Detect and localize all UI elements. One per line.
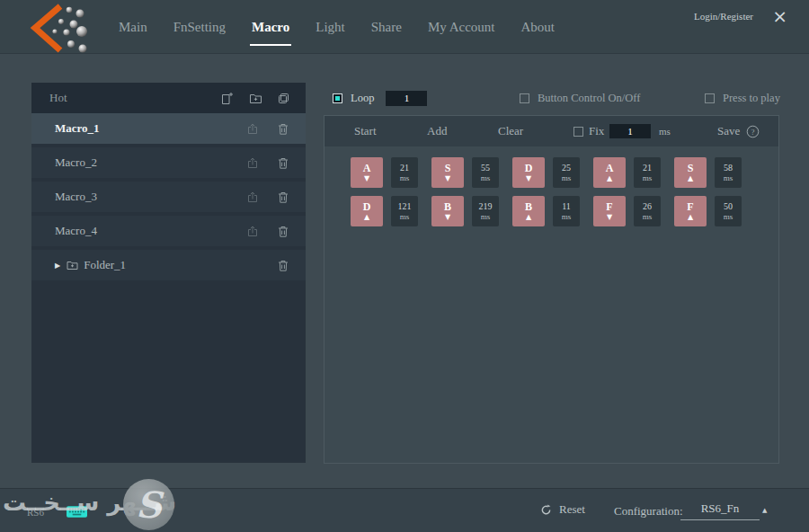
sidebar-item-folder_1[interactable]: ▶Folder_1 <box>31 250 306 280</box>
upload-icon[interactable] <box>247 157 258 169</box>
macro-event: B▼219ms <box>431 196 499 226</box>
configuration-select[interactable]: RS6_Fn <box>680 501 760 520</box>
delay-tile[interactable]: 21ms <box>634 157 661 188</box>
folder-icon <box>67 261 78 270</box>
trash-icon[interactable] <box>278 157 289 169</box>
app-window: { "nav": { "items": ["Main", "FnSetting"… <box>0 0 809 532</box>
key-tile[interactable]: S▲ <box>674 157 707 188</box>
fix-delay-input[interactable]: 1 <box>609 124 651 138</box>
macro-event: B▲11ms <box>512 196 580 226</box>
nav-item-macro[interactable]: Macro <box>252 20 289 35</box>
nav-items: MainFnSettingMacroLightShareMy AccountAb… <box>119 0 555 54</box>
delay-tile[interactable]: 21ms <box>391 157 418 188</box>
sidebar-item-macro_4[interactable]: Macro_4 <box>31 216 306 246</box>
key-tile[interactable]: A▲ <box>593 157 626 188</box>
trash-icon[interactable] <box>278 260 289 271</box>
key-tile[interactable]: B▼ <box>431 196 464 226</box>
key-up-icon: ▲ <box>688 174 693 182</box>
delay-tile[interactable]: 25ms <box>553 157 580 188</box>
key-down-icon: ▼ <box>607 213 612 221</box>
save-button[interactable]: Save <box>717 116 740 146</box>
key-tile[interactable]: A▼ <box>351 157 383 188</box>
reset-button[interactable]: Reset <box>540 502 585 517</box>
start-button[interactable]: Start <box>354 116 377 146</box>
press-to-play-checkbox[interactable] <box>705 93 715 103</box>
brand-logo-icon <box>27 2 99 54</box>
macro-list-actions <box>220 92 289 105</box>
upload-icon[interactable] <box>247 191 258 203</box>
nav-item-share[interactable]: Share <box>371 20 402 35</box>
key-tile[interactable]: F▲ <box>674 196 707 226</box>
copy-macro-icon[interactable] <box>278 93 289 104</box>
loop-checkbox[interactable] <box>333 93 342 103</box>
delay-value: 11 <box>562 201 571 212</box>
add-button[interactable]: Add <box>427 116 447 146</box>
delay-value: 50 <box>724 201 733 212</box>
macro-event: S▼55ms <box>431 157 499 188</box>
row-actions <box>247 157 289 169</box>
key-letter: B <box>525 201 532 213</box>
key-letter: A <box>606 163 614 174</box>
macro-list-title: Hot <box>49 91 67 105</box>
key-letter: D <box>525 163 533 174</box>
delay-tile[interactable]: 58ms <box>715 157 742 188</box>
delay-tile[interactable]: 50ms <box>715 196 742 226</box>
nav-item-main[interactable]: Main <box>119 20 147 35</box>
key-down-icon: ▼ <box>526 174 531 182</box>
nav-item-about[interactable]: About <box>520 20 555 35</box>
key-tile[interactable]: B▲ <box>512 196 545 226</box>
row-actions <box>278 260 289 271</box>
nav-item-fnsetting[interactable]: FnSetting <box>173 20 226 35</box>
delay-value: 55 <box>481 163 490 173</box>
clear-button[interactable]: Clear <box>498 116 523 146</box>
login-register-link[interactable]: Login/Register <box>694 11 753 22</box>
delay-unit: ms <box>481 212 491 222</box>
sidebar-item-macro_1[interactable]: Macro_1 <box>31 113 306 144</box>
key-up-icon: ▲ <box>364 213 369 221</box>
trash-icon[interactable] <box>278 123 289 135</box>
new-folder-icon[interactable] <box>249 93 262 104</box>
new-macro-icon[interactable] <box>220 92 234 105</box>
delay-value: 58 <box>724 163 733 173</box>
sidebar-item-label: Macro_1 <box>55 121 100 136</box>
close-icon[interactable]: × <box>772 5 787 27</box>
nav-item-my-account[interactable]: My Account <box>428 20 495 35</box>
delay-value: 26 <box>643 201 652 212</box>
delay-unit: ms <box>643 173 653 183</box>
key-tile[interactable]: D▲ <box>351 196 383 226</box>
key-up-icon: ▲ <box>688 213 693 221</box>
delay-unit: ms <box>562 173 572 183</box>
help-icon[interactable]: ? <box>746 116 760 146</box>
trash-icon[interactable] <box>278 226 289 237</box>
device-name: RS6 <box>27 507 44 518</box>
macro-editor-panel: Start Add Clear Fix 1 ms Save ? A▼21msS▼… <box>324 115 779 464</box>
delay-tile[interactable]: 11ms <box>553 196 580 226</box>
upload-icon[interactable] <box>247 226 258 237</box>
upload-icon[interactable] <box>247 123 258 135</box>
button-control-checkbox[interactable] <box>520 93 529 103</box>
delay-tile[interactable]: 121ms <box>391 196 418 226</box>
key-letter: F <box>606 201 612 213</box>
configuration-label: Configuration: <box>614 504 683 519</box>
sidebar-item-macro_2[interactable]: Macro_2 <box>31 147 306 178</box>
configuration-caret-icon[interactable]: ▲ <box>762 507 767 514</box>
trash-icon[interactable] <box>278 191 289 203</box>
sidebar-list: Macro_1Macro_2Macro_3Macro_4▶Folder_1 <box>31 113 306 280</box>
fix-checkbox[interactable] <box>573 127 583 137</box>
expand-caret-icon[interactable]: ▶ <box>55 262 60 270</box>
nav-item-light[interactable]: Light <box>316 20 345 35</box>
macro-sequence: A▼21msS▼55msD▼25msA▲21msS▲58msD▲121msB▼2… <box>351 157 757 226</box>
sidebar-item-macro_3[interactable]: Macro_3 <box>31 182 306 212</box>
reset-icon <box>540 504 552 516</box>
key-tile[interactable]: D▼ <box>512 157 545 188</box>
delay-tile[interactable]: 55ms <box>472 157 499 188</box>
key-tile[interactable]: F▼ <box>593 196 626 226</box>
delay-value: 21 <box>643 163 652 173</box>
delay-value: 219 <box>479 201 493 212</box>
delay-tile[interactable]: 26ms <box>634 196 661 226</box>
macro-list-header: Hot <box>31 83 306 113</box>
key-tile[interactable]: S▼ <box>431 157 464 188</box>
delay-unit: ms <box>643 212 653 222</box>
delay-tile[interactable]: 219ms <box>472 196 499 226</box>
loop-count-input[interactable]: 1 <box>386 91 427 106</box>
